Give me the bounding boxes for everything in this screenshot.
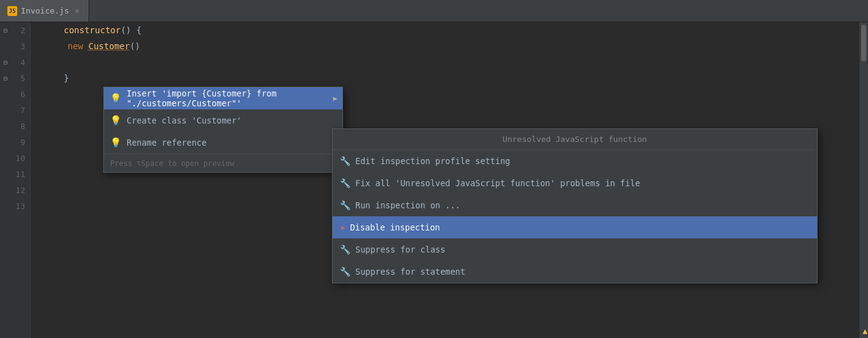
inspection-item-suppress-class[interactable]: 🔧 Suppress for class <box>333 238 817 261</box>
inspection-item-label-5: Suppress for class <box>355 245 445 254</box>
quickfix-item-label-2: Create class 'Customer' <box>127 116 242 125</box>
x-icon: ✕ <box>340 222 345 232</box>
inspection-item-label-3: Run inspection on ... <box>355 200 460 210</box>
quickfix-item-label-3: Rename reference <box>127 138 207 147</box>
line-num-11: 11 <box>0 166 30 182</box>
inspection-popup-header: Unresolved JavaScript function <box>333 129 817 150</box>
wrench-icon-1: 🔧 <box>340 156 350 166</box>
inspection-item-suppress-statement[interactable]: 🔧 Suppress for statement <box>333 261 817 283</box>
inspection-item-edit-profile[interactable]: 🔧 Edit inspection profile setting <box>333 150 817 172</box>
line-numbers: ⊟ 2 3 ⊟ 4 ⊟ 5 6 7 8 9 10 11 12 13 <box>0 22 31 338</box>
bulb-icon-2: 💡 <box>110 115 122 126</box>
js-file-icon: JS <box>7 6 17 16</box>
quickfix-item-label: Insert 'import {Customer} from "./custom… <box>127 88 336 108</box>
code-line-5: } <box>31 70 859 86</box>
fold-arrow-4[interactable]: ⊟ <box>2 59 9 65</box>
code-line-2: constructor () { <box>31 22 859 38</box>
fold-arrow-5[interactable]: ⊟ <box>2 75 9 81</box>
code-line-4 <box>31 54 859 70</box>
line-num-10: 10 <box>0 150 30 166</box>
invoice-tab[interactable]: JS Invoice.js × <box>0 0 89 22</box>
submenu-arrow-icon: ▶ <box>333 94 337 103</box>
warning-icon: ▲ <box>862 326 867 336</box>
line-num-9: 9 <box>0 134 30 150</box>
bulb-icon: 💡 <box>110 93 122 104</box>
wrench-icon-3: 🔧 <box>340 200 350 210</box>
line-num-4: ⊟ 4 <box>0 54 30 70</box>
bulb-icon-3: 💡 <box>110 137 122 148</box>
inspection-item-fix-all[interactable]: 🔧 Fix all 'Unresolved JavaScript functio… <box>333 172 817 194</box>
line-num-13: 13 <box>0 198 30 214</box>
line-num-8: 8 <box>0 118 30 134</box>
inspection-item-label-2: Fix all 'Unresolved JavaScript function'… <box>355 178 640 188</box>
quickfix-popup: 💡 Insert 'import {Customer} from "./cust… <box>103 87 343 173</box>
code-line-3: new Customer () <box>31 38 859 54</box>
inspection-item-disable[interactable]: ✕ Disable inspection <box>333 216 817 238</box>
tab-filename: Invoice.js <box>21 6 69 15</box>
line-num-7: 7 <box>0 102 30 118</box>
wrench-icon-2: 🔧 <box>340 178 350 188</box>
fold-arrow-2[interactable]: ⊟ <box>2 27 9 33</box>
editor-area: ⊟ 2 3 ⊟ 4 ⊟ 5 6 7 8 9 10 11 12 13 constr… <box>0 22 868 338</box>
line-num-2: ⊟ 2 <box>0 22 30 38</box>
line-num-5: ⊟ 5 <box>0 70 30 86</box>
line-num-6: 6 <box>0 86 30 102</box>
quickfix-item-insert-import[interactable]: 💡 Insert 'import {Customer} from "./cust… <box>104 87 342 109</box>
inspection-item-label-4: Disable inspection <box>350 222 440 232</box>
wrench-icon-5: 🔧 <box>340 267 350 277</box>
inspection-popup: Unresolved JavaScript function 🔧 Edit in… <box>332 128 818 283</box>
line-num-3: 3 <box>0 38 30 54</box>
inspection-item-label-6: Suppress for statement <box>355 267 465 277</box>
scrollbar[interactable]: ▲ <box>859 22 868 338</box>
inspection-item-label-1: Edit inspection profile setting <box>355 156 510 166</box>
tab-bar: JS Invoice.js × <box>0 0 868 22</box>
quickfix-item-rename[interactable]: 💡 Rename reference <box>104 132 342 154</box>
line-num-12: 12 <box>0 182 30 198</box>
scrollbar-thumb[interactable] <box>861 25 866 61</box>
inspection-item-run[interactable]: 🔧 Run inspection on ... <box>333 194 817 216</box>
wrench-icon-4: 🔧 <box>340 245 350 254</box>
quickfix-item-create-class[interactable]: 💡 Create class 'Customer' <box>104 109 342 132</box>
tab-close-button[interactable]: × <box>73 7 81 15</box>
quickfix-preview-hint: Press ⌥Space to open preview <box>104 154 342 172</box>
